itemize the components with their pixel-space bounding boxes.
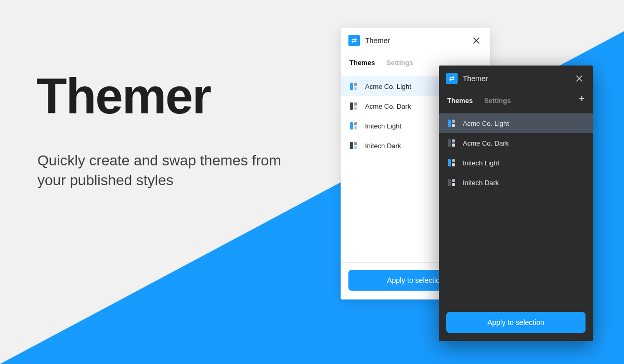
theme-list: Acme Co. Light Acme Co. Dark Initech Lig…	[439, 111, 593, 305]
hero-title: Themer	[36, 68, 211, 125]
panel-footer: Apply to selection	[439, 305, 593, 341]
add-theme-button[interactable]: +	[579, 94, 584, 109]
theme-label: Acme Co. Dark	[463, 139, 509, 147]
svg-rect-8	[354, 107, 357, 110]
tabs: Themes Settings +	[439, 92, 593, 111]
panel-header: Themer	[341, 28, 490, 54]
panel-title: Themer	[463, 74, 488, 83]
theme-swatch-icon	[447, 158, 457, 167]
svg-rect-25	[452, 163, 455, 166]
swap-arrows-icon	[348, 35, 360, 46]
svg-rect-27	[452, 179, 455, 182]
theme-label: Acme Co. Light	[365, 83, 411, 90]
svg-rect-11	[354, 126, 357, 129]
theme-label: Acme Co. Light	[463, 120, 509, 127]
themer-panel-dark: Themer Themes Settings + Acme Co. Light …	[439, 66, 593, 341]
svg-rect-7	[354, 102, 357, 106]
svg-rect-4	[354, 83, 357, 86]
svg-rect-21	[452, 139, 455, 142]
theme-swatch-icon	[349, 141, 359, 150]
svg-rect-17	[448, 120, 451, 127]
svg-rect-18	[452, 120, 455, 123]
svg-rect-13	[354, 142, 357, 145]
hero-subtitle: Quickly create and swap themes from your…	[37, 151, 308, 190]
svg-rect-20	[448, 139, 451, 147]
theme-row[interactable]: Initech Light	[439, 153, 593, 173]
theme-label: Initech Light	[365, 122, 401, 130]
svg-rect-24	[452, 159, 455, 162]
svg-rect-22	[452, 144, 455, 147]
theme-label: Initech Dark	[463, 179, 499, 187]
svg-rect-28	[452, 183, 455, 186]
panel-header: Themer	[439, 66, 593, 92]
close-button[interactable]	[471, 35, 482, 46]
theme-swatch-icon	[349, 82, 359, 91]
tab-themes[interactable]: Themes	[447, 92, 473, 111]
theme-label: Initech Light	[463, 159, 499, 167]
svg-rect-5	[354, 87, 357, 90]
svg-rect-3	[350, 83, 353, 90]
theme-swatch-icon	[447, 178, 457, 187]
svg-rect-23	[448, 159, 451, 166]
theme-row[interactable]: Acme Co. Light	[439, 113, 593, 133]
svg-rect-10	[354, 122, 357, 125]
svg-rect-14	[354, 146, 357, 149]
theme-row[interactable]: Acme Co. Dark	[439, 133, 593, 153]
theme-swatch-icon	[447, 138, 457, 148]
panel-title: Themer	[365, 36, 390, 45]
theme-label: Acme Co. Dark	[365, 102, 411, 110]
svg-rect-6	[350, 102, 353, 110]
theme-swatch-icon	[349, 121, 359, 131]
svg-rect-26	[448, 179, 451, 186]
svg-rect-9	[350, 122, 353, 129]
tab-themes[interactable]: Themes	[349, 54, 375, 73]
close-button[interactable]	[574, 73, 584, 84]
theme-swatch-icon	[349, 101, 359, 111]
theme-label: Initech Dark	[365, 142, 401, 150]
theme-swatch-icon	[447, 119, 457, 128]
svg-rect-12	[350, 142, 353, 149]
swap-arrows-icon	[446, 73, 458, 84]
apply-button[interactable]: Apply to selection	[446, 312, 586, 333]
tab-settings[interactable]: Settings	[386, 54, 413, 73]
tab-settings[interactable]: Settings	[484, 92, 511, 111]
theme-row[interactable]: Initech Dark	[439, 173, 593, 192]
svg-rect-19	[452, 124, 455, 127]
